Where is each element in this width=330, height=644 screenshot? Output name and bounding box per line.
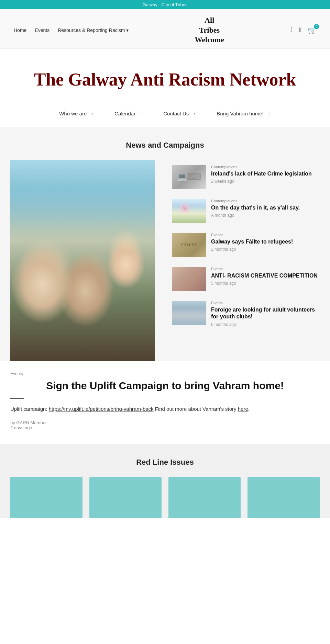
red-line-card-4[interactable] — [248, 477, 320, 518]
nav-home[interactable]: Home — [14, 27, 26, 33]
article-author: by GARN Member — [10, 420, 320, 425]
cart-icon-wrap[interactable]: 🛒 0 — [308, 26, 316, 34]
sub-nav-who-we-are-arrow: → — [89, 111, 94, 116]
news-item-competition[interactable]: Events ANTI- RACISM CREATIVE COMPETITION… — [172, 262, 320, 296]
red-line-cards — [0, 477, 330, 518]
news-thumb-competition — [172, 267, 206, 291]
facebook-icon[interactable]: f — [290, 26, 292, 34]
nav-events[interactable]: Events — [35, 27, 50, 33]
article-title: Sign the Uplift Campaign to bring Vahram… — [10, 379, 320, 392]
red-line-card-2[interactable] — [89, 477, 162, 518]
news-category-1: Contemplations — [211, 165, 320, 169]
cart-badge: 0 — [314, 24, 319, 29]
uplift-link[interactable]: https://my.uplift.ie/petitions/bring-vah… — [49, 406, 154, 412]
nav-resources-label: Resources & Reporting Racism — [58, 27, 125, 33]
news-grid: 💻 Contemplations Ireland's lack of Hate … — [0, 160, 330, 361]
sub-nav-calendar[interactable]: Calendar → — [114, 111, 143, 116]
news-content-foroige: Events Foroige are looking for adult vol… — [211, 301, 320, 327]
sub-nav-contact-us[interactable]: Contact Us → — [163, 111, 196, 116]
nav-resources-dropdown[interactable]: Resources & Reporting Racism ▾ — [58, 27, 129, 33]
sub-nav-calendar-label: Calendar — [114, 111, 135, 116]
top-bar: Galway - City of Tribes — [0, 0, 330, 9]
news-thumb-foroige — [172, 301, 206, 325]
news-title-2: On the day that's in it, as y'all say. — [211, 204, 320, 212]
news-heading: News and Campaigns — [0, 141, 330, 150]
article-meta: by GARN Member 2 days ago — [10, 420, 320, 430]
news-title-4: ANTI- RACISM CREATIVE COMPETITION — [211, 272, 320, 280]
nav-left: Home Events Resources & Reporting Racism… — [14, 27, 129, 33]
article-date: 2 days ago — [10, 425, 320, 430]
red-line-heading: Red Line Issues — [0, 458, 330, 467]
news-featured-image[interactable] — [10, 160, 165, 361]
news-item-failte[interactable]: FÁILTE Events Galway says Fáilte to refu… — [172, 228, 320, 262]
featured-article: Events Sign the Uplift Campaign to bring… — [0, 361, 330, 444]
red-line-card-3[interactable] — [168, 477, 241, 518]
news-thumb-hate-crime: 💻 — [172, 165, 206, 189]
featured-photo — [10, 160, 155, 361]
laptop-icon: 💻 — [177, 172, 187, 182]
news-content-competition: Events ANTI- RACISM CREATIVE COMPETITION… — [211, 267, 320, 286]
sub-nav-vahram[interactable]: Bring Vahram home! → — [217, 111, 271, 116]
news-thumb-day: 🌸 — [172, 199, 206, 223]
news-date-1: 2 weeks ago — [211, 179, 320, 184]
sub-nav: Who we are → Calendar → Contact Us → Bri… — [0, 104, 330, 127]
dropdown-arrow-icon: ▾ — [126, 27, 129, 33]
news-item-day[interactable]: 🌸 Contemplations On the day that's in it… — [172, 194, 320, 228]
news-date-3: 2 months ago — [211, 247, 320, 252]
news-thumb-failte: FÁILTE — [172, 233, 206, 257]
sub-nav-who-we-are-label: Who we are — [59, 111, 87, 116]
twitter-icon[interactable]: 𝕋 — [298, 26, 302, 34]
news-title-3: Galway says Fáilte to refugees! — [211, 238, 320, 246]
news-content-failte: Events Galway says Fáilte to refugees! 2… — [211, 233, 320, 252]
news-title-1: Ireland's lack of Hate Crime legislation — [211, 170, 320, 178]
sub-nav-vahram-label: Bring Vahram home! — [217, 111, 263, 116]
news-content-day: Contemplations On the day that's in it, … — [211, 199, 320, 218]
hero-section: The Galway Anti Racism Network — [0, 49, 330, 104]
news-category-2: Contemplations — [211, 199, 320, 203]
news-content-hate-crime: Contemplations Ireland's lack of Hate Cr… — [211, 165, 320, 184]
news-date-2: A month ago — [211, 213, 320, 218]
news-item-foroige[interactable]: Events Foroige are looking for adult vol… — [172, 296, 320, 332]
news-date-5: 6 months ago — [211, 322, 320, 327]
news-date-4: 5 months ago — [211, 281, 320, 286]
news-section: News and Campaigns 💻 Contemplations Irel… — [0, 127, 330, 444]
sub-nav-who-we-are[interactable]: Who we are → — [59, 111, 94, 116]
sub-nav-vahram-arrow: → — [266, 111, 271, 116]
failte-text: FÁILTE — [181, 242, 197, 248]
site-title: All Tribes Welcome — [195, 15, 224, 45]
news-title-5: Foroige are looking for adult volunteers… — [211, 306, 320, 321]
sub-nav-calendar-arrow: → — [138, 111, 143, 116]
story-link[interactable]: here — [238, 406, 248, 412]
red-line-section: Red Line Issues — [0, 444, 330, 518]
news-list: 💻 Contemplations Ireland's lack of Hate … — [165, 160, 320, 361]
article-divider — [10, 398, 24, 399]
news-category-4: Events — [211, 267, 320, 271]
article-category: Events — [10, 371, 320, 376]
sub-nav-contact-us-label: Contact Us — [163, 111, 189, 116]
news-item-hate-crime[interactable]: 💻 Contemplations Ireland's lack of Hate … — [172, 160, 320, 194]
news-category-3: Events — [211, 233, 320, 237]
nav-right: f 𝕋 🛒 0 — [290, 26, 316, 34]
sub-nav-contact-us-arrow: → — [191, 111, 196, 116]
site-header: Home Events Resources & Reporting Racism… — [0, 9, 330, 49]
article-body: Uplift campaign: https://my.uplift.ie/pe… — [10, 405, 320, 413]
hero-title: The Galway Anti Racism Network — [14, 69, 316, 90]
top-bar-text: Galway - City of Tribes — [143, 2, 188, 7]
red-line-card-1[interactable] — [10, 477, 82, 518]
news-category-5: Events — [211, 301, 320, 305]
